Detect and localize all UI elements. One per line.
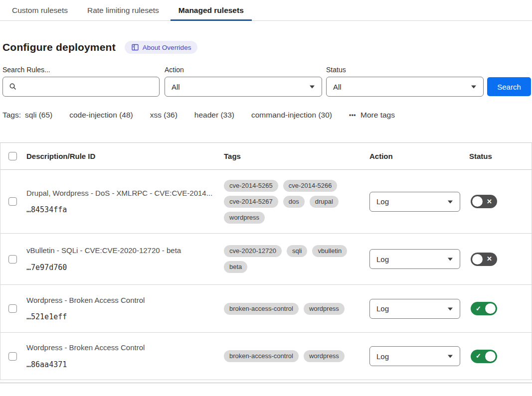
tag-pill: drupal	[310, 196, 339, 208]
status-filter-label: Status	[326, 66, 484, 74]
tag-filter-sqli[interactable]: sqli (65)	[25, 111, 52, 120]
book-icon	[131, 43, 139, 51]
ellipsis-icon: •••	[349, 112, 356, 118]
select-all-checkbox[interactable]	[8, 152, 17, 160]
toggle-knob	[485, 351, 496, 362]
table-row: Wordpress - Broken Access Control …86aa4…	[0, 333, 532, 380]
rule-tags: broken-access-controlwordpress	[224, 303, 369, 315]
page-title: Configure deployment	[2, 41, 116, 53]
rule-id: …521e1eff	[26, 312, 224, 321]
action-filter-field: Action All	[165, 66, 322, 97]
page-header: Configure deployment About Overrides	[2, 41, 532, 54]
check-icon: ✓	[476, 353, 481, 359]
x-icon: ✕	[487, 198, 492, 205]
rules-table: Description/Rule ID Tags Action Status D…	[0, 142, 532, 380]
tag-filter-xss[interactable]: xss (36)	[150, 111, 177, 120]
status-toggle[interactable]: ✓ ✕	[471, 195, 497, 208]
row-checkbox[interactable]	[8, 352, 17, 361]
tag-pill: cve-2020-12720	[224, 245, 282, 257]
column-header-tags: Tags	[224, 152, 369, 160]
next-section-edge	[0, 382, 532, 384]
tab-managed-rulesets[interactable]: Managed rulesets	[171, 0, 252, 21]
status-toggle[interactable]: ✓ ✕	[471, 253, 497, 266]
tags-bar: Tags: sqli (65) code-injection (48) xss …	[2, 111, 532, 120]
more-tags-label: More tags	[360, 111, 395, 120]
rule-description: Wordpress - Broken Access Control	[26, 343, 224, 352]
tag-pill: cve-2014-5266	[283, 180, 338, 192]
row-checkbox[interactable]	[8, 255, 17, 264]
search-rules-input[interactable]	[2, 77, 160, 97]
tags-bar-label: Tags:	[2, 111, 21, 120]
tag-filter-command-injection[interactable]: command-injection (30)	[251, 111, 332, 120]
rule-description: Wordpress - Broken Access Control	[26, 296, 224, 304]
chevron-down-icon	[448, 200, 453, 203]
chevron-down-icon	[448, 355, 453, 358]
tag-filter-header[interactable]: header (33)	[194, 111, 234, 120]
column-header-description: Description/Rule ID	[26, 152, 224, 160]
table-body: Drupal, Wordpress - DoS - XMLRPC - CVE:C…	[0, 170, 532, 380]
action-filter-select[interactable]: All	[165, 77, 322, 97]
tag-pill: vbulletin	[312, 245, 347, 257]
filter-bar: Search Rules... Action All Status	[2, 66, 532, 97]
rule-action-value: Log	[376, 304, 389, 313]
rule-description: Drupal, Wordpress - DoS - XMLRPC - CVE:C…	[26, 189, 224, 197]
check-icon: ✓	[476, 305, 481, 312]
status-toggle[interactable]: ✓ ✕	[471, 302, 497, 315]
tag-pill: broken-access-control	[224, 303, 299, 315]
chevron-down-icon	[448, 307, 453, 310]
tag-pill: dos	[283, 196, 305, 208]
managed-rulesets-page: Custom rulesets Rate limiting rulesets M…	[0, 0, 532, 384]
row-checkbox[interactable]	[8, 304, 17, 313]
tag-pill: sqli	[287, 245, 308, 257]
about-overrides-label: About Overrides	[143, 44, 191, 51]
rule-action-value: Log	[376, 197, 389, 206]
tag-pill: wordpress	[304, 303, 345, 315]
rule-action-select[interactable]: Log	[369, 299, 460, 319]
column-header-action: Action	[369, 152, 469, 160]
rule-id: …84534ffa	[26, 205, 224, 214]
table-row: Wordpress - Broken Access Control …521e1…	[0, 285, 532, 333]
chevron-down-icon	[448, 258, 453, 261]
tag-pill: wordpress	[304, 350, 345, 362]
table-row: vBulletin - SQLi - CVE:CVE-2020-12720 - …	[0, 234, 532, 285]
x-icon: ✕	[487, 256, 492, 262]
rule-action-value: Log	[376, 352, 389, 361]
search-button[interactable]: Search	[487, 77, 531, 96]
chevron-down-icon	[310, 86, 315, 89]
toggle-knob	[472, 196, 483, 207]
toggle-knob	[472, 254, 483, 264]
chevron-down-icon	[471, 86, 476, 89]
rule-action-select[interactable]: Log	[369, 346, 460, 366]
ruleset-tabs: Custom rulesets Rate limiting rulesets M…	[0, 0, 532, 21]
tag-pill: wordpress	[224, 212, 265, 224]
status-toggle[interactable]: ✓ ✕	[471, 350, 497, 363]
table-row: Drupal, Wordpress - DoS - XMLRPC - CVE:C…	[0, 170, 532, 234]
status-filter-value: All	[333, 83, 342, 91]
tab-custom-rulesets[interactable]: Custom rulesets	[4, 0, 76, 21]
tag-pill: broken-access-control	[224, 350, 299, 362]
rule-tags: cve-2014-5265cve-2014-5266cve-2014-5267d…	[224, 180, 369, 224]
rule-action-value: Log	[376, 255, 389, 264]
tag-pill: cve-2014-5265	[224, 180, 278, 192]
column-header-status: Status	[469, 152, 532, 160]
search-rules-label: Search Rules...	[2, 66, 160, 74]
about-overrides-button[interactable]: About Overrides	[125, 41, 198, 54]
rule-description: vBulletin - SQLi - CVE:CVE-2020-12720 - …	[26, 246, 224, 255]
rule-id: …7e97d760	[26, 263, 224, 272]
tag-filter-code-injection[interactable]: code-injection (48)	[69, 111, 133, 120]
status-filter-select[interactable]: All	[326, 77, 484, 97]
tab-rate-limiting-rulesets[interactable]: Rate limiting rulesets	[79, 0, 167, 21]
more-tags-button[interactable]: ••• More tags	[349, 111, 395, 120]
rule-tags: cve-2020-12720sqlivbulletinbeta	[224, 245, 369, 273]
tag-pill: beta	[224, 261, 247, 273]
toggle-knob	[485, 303, 496, 314]
table-header-row: Description/Rule ID Tags Action Status	[0, 143, 532, 170]
rule-id: …86aa4371	[26, 360, 224, 369]
rule-action-select[interactable]: Log	[369, 249, 460, 269]
rule-tags: broken-access-controlwordpress	[224, 350, 369, 362]
search-rules-field: Search Rules...	[2, 66, 160, 97]
action-filter-value: All	[172, 83, 180, 91]
row-checkbox[interactable]	[8, 197, 17, 206]
rule-action-select[interactable]: Log	[369, 192, 460, 212]
status-filter-field: Status All	[326, 66, 484, 97]
